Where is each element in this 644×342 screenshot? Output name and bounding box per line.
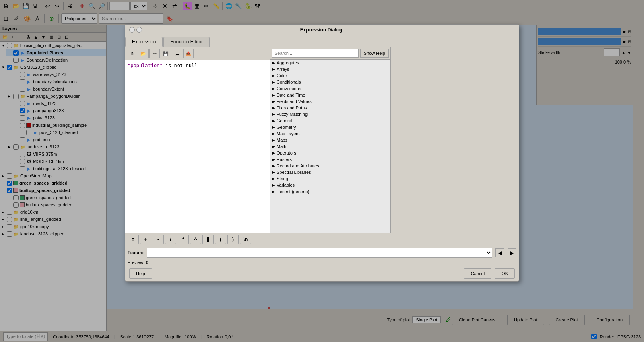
operator-bar: = + - / * ^ || ( ) \n (125, 233, 519, 246)
op-open-paren-btn[interactable]: ( (215, 235, 226, 244)
func-group-label-fields: Fields and Values (277, 99, 312, 104)
arrow-math: ▶ (272, 145, 275, 148)
func-group-files-paths[interactable]: ▶ Files and Paths (270, 105, 390, 111)
op-close-paren-btn[interactable]: ) (227, 235, 239, 244)
open-expr-btn[interactable]: 📂 (138, 49, 149, 58)
dialog-action-buttons: Cancel OK (464, 268, 515, 279)
func-group-recent[interactable]: ▶ Recent (generic) (270, 188, 390, 195)
func-group-aggregates[interactable]: ▶ Aggregates (270, 60, 390, 66)
feature-next-btn[interactable]: ▶ (508, 248, 516, 257)
feature-row: Feature ◀ ▶ (125, 246, 519, 259)
func-group-map-layers[interactable]: ▶ Map Layers (270, 130, 390, 137)
func-group-label-math: Math (277, 144, 286, 149)
arrow-maps: ▶ (272, 138, 275, 142)
feature-prev-btn[interactable]: ◀ (495, 248, 504, 257)
arrow-rasters: ▶ (272, 158, 275, 161)
arrow-variables: ▶ (272, 183, 275, 187)
func-group-color[interactable]: ▶ Color (270, 72, 390, 79)
preview-row: Preview: 0 (125, 259, 519, 266)
func-group-label-map-layers: Map Layers (277, 131, 299, 136)
func-group-conversions[interactable]: ▶ Conversions (270, 85, 390, 92)
func-group-operators[interactable]: ▶ Operators (270, 150, 390, 156)
expression-dialog: Expression Dialog Expression Function Ed… (125, 24, 519, 282)
function-list: ▶ Aggregates ▶ Arrays ▶ Color ▶ (270, 60, 390, 233)
arrow-recent: ▶ (272, 190, 275, 194)
op-plus-btn[interactable]: + (140, 235, 151, 244)
func-group-record-attrs[interactable]: ▶ Record and Attributes (270, 163, 390, 169)
expression-toolbar: 🗎 📂 ✏ 💾 ☁ 📤 (125, 47, 270, 60)
feature-label: Feature (128, 250, 144, 255)
dialog-titlebar: Expression Dialog (125, 25, 519, 35)
function-search-bar: Show Help (270, 47, 390, 60)
func-group-datetime[interactable]: ▶ Date and Time (270, 92, 390, 98)
arrow-conversions: ▶ (272, 87, 275, 91)
tab-function-editor[interactable]: Function Editor (163, 37, 210, 47)
help-btn[interactable]: Help (129, 268, 152, 279)
func-group-math[interactable]: ▶ Math (270, 143, 390, 150)
op-caret-btn[interactable]: ^ (190, 235, 201, 244)
func-group-label-record: Record and Attributes (277, 163, 319, 168)
arrow-string: ▶ (272, 177, 275, 181)
expression-editor-panel: 🗎 📂 ✏ 💾 ☁ 📤 "population" is not null (125, 47, 270, 233)
func-group-label-aggregates: Aggregates (277, 60, 299, 65)
new-expr-btn[interactable]: 🗎 (127, 49, 137, 58)
show-help-btn[interactable]: Show Help (360, 49, 389, 58)
cancel-btn[interactable]: Cancel (464, 268, 491, 279)
function-list-panel: Show Help ▶ Aggregates ▶ Arrays ▶ (270, 47, 391, 233)
dialog-close-btn[interactable] (129, 27, 135, 33)
arrow-conditionals: ▶ (272, 80, 275, 84)
arrow-geometry: ▶ (272, 126, 275, 129)
func-group-label-files: Files and Paths (277, 105, 307, 110)
op-multiply-btn[interactable]: * (178, 235, 189, 244)
save-local-btn[interactable]: 💾 (161, 49, 171, 58)
func-group-rasters[interactable]: ▶ Rasters (270, 156, 390, 163)
func-group-string[interactable]: ▶ String (270, 175, 390, 182)
function-search-input[interactable] (272, 49, 359, 58)
dialog-overlay: Expression Dialog Expression Function Ed… (0, 0, 644, 342)
func-group-label-arrays: Arrays (277, 67, 289, 72)
arrow-files: ▶ (272, 106, 275, 110)
expr-quoted-field: "population" (128, 63, 163, 68)
arrow-datetime: ▶ (272, 93, 275, 97)
func-group-label-color: Color (277, 73, 287, 78)
ok-btn[interactable]: OK (495, 268, 515, 279)
arrow-arrays: ▶ (272, 68, 275, 71)
edit-expr-btn[interactable]: ✏ (149, 49, 160, 58)
func-group-general[interactable]: ▶ General (270, 117, 390, 124)
func-group-geometry[interactable]: ▶ Geometry (270, 124, 390, 130)
arrow-fuzzy: ▶ (272, 113, 275, 116)
op-divide-btn[interactable]: / (165, 235, 176, 244)
dialog-title: Expression Dialog (142, 27, 500, 33)
arrow-color: ▶ (272, 74, 275, 78)
func-group-conditionals[interactable]: ▶ Conditionals (270, 79, 390, 85)
dialog-minimize-btn[interactable] (136, 27, 142, 33)
op-concat-btn[interactable]: || (202, 235, 214, 244)
load-expr-btn[interactable]: 📤 (183, 49, 194, 58)
arrow-operators: ▶ (272, 151, 275, 155)
func-group-maps[interactable]: ▶ Maps (270, 137, 390, 143)
op-minus-btn[interactable]: - (153, 235, 164, 244)
save-remote-btn[interactable]: ☁ (172, 49, 182, 58)
func-group-fields-values[interactable]: ▶ Fields and Values (270, 98, 390, 105)
op-equals-btn[interactable]: = (128, 235, 139, 244)
func-group-label-general: General (277, 118, 292, 123)
func-group-label-datetime: Date and Time (277, 93, 305, 97)
arrow-fields: ▶ (272, 100, 275, 103)
dialog-actions: Help Cancel OK (125, 266, 519, 281)
func-group-fuzzy[interactable]: ▶ Fuzzy Matching (270, 111, 390, 117)
tab-expression[interactable]: Expression (125, 37, 163, 47)
func-group-arrays[interactable]: ▶ Arrays (270, 66, 390, 72)
op-newline-btn[interactable]: \n (240, 235, 251, 244)
expression-editor-area[interactable]: "population" is not null (125, 60, 270, 233)
func-group-variables[interactable]: ▶ Variables (270, 182, 390, 188)
dialog-close-buttons (129, 27, 142, 33)
help-panel (391, 47, 519, 233)
arrow-map-layers: ▶ (272, 132, 275, 136)
arrow-spectral: ▶ (272, 171, 275, 174)
func-group-spectral[interactable]: ▶ Spectral Libraries (270, 169, 390, 175)
preview-value: 0 (146, 260, 148, 265)
feature-select[interactable] (147, 248, 492, 258)
expr-is-not-null: is not null (165, 63, 197, 68)
func-group-label-variables: Variables (277, 183, 295, 187)
func-group-label-fuzzy: Fuzzy Matching (277, 112, 308, 117)
